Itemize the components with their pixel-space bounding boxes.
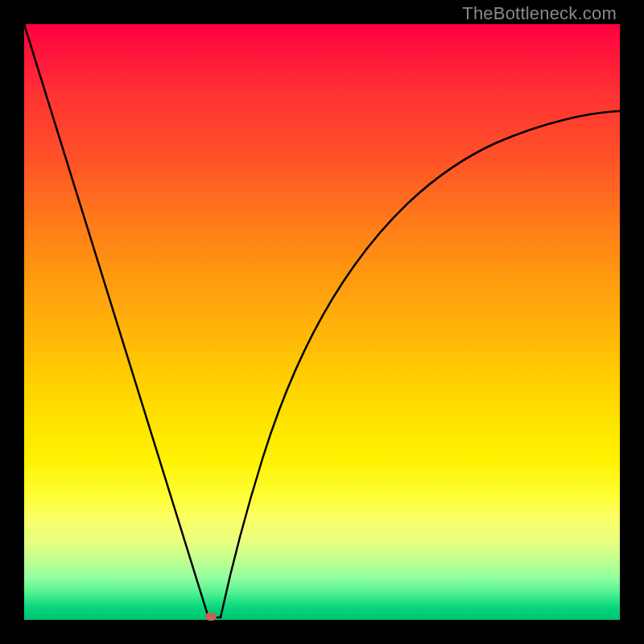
plot-background xyxy=(24,24,620,620)
watermark-text: TheBottleneck.com xyxy=(462,3,617,24)
chart-frame: TheBottleneck.com xyxy=(0,0,644,644)
optimal-point-marker xyxy=(205,613,217,621)
